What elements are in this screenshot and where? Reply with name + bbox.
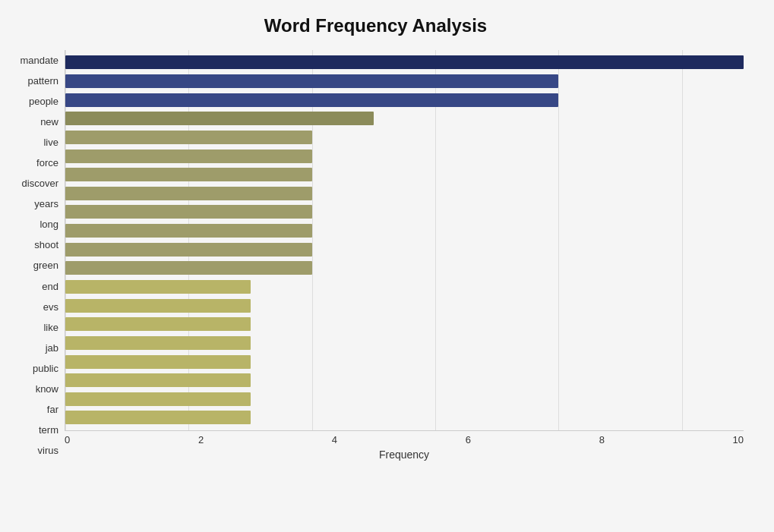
x-axis-label: Frequency: [65, 449, 744, 461]
bar: [65, 150, 312, 163]
bar-row: [65, 260, 744, 276]
bar-row: [65, 148, 744, 165]
y-label: virus: [38, 445, 58, 455]
bar-row: [65, 335, 744, 351]
bar-row: [65, 354, 744, 370]
bar-row: [65, 73, 744, 90]
y-label: public: [33, 364, 58, 373]
x-tick: 4: [332, 434, 337, 445]
bar-row: [65, 372, 744, 389]
bar: [65, 168, 312, 181]
bar-row: [65, 316, 744, 332]
bar-row: [65, 92, 744, 109]
x-tick: 6: [466, 434, 471, 445]
bar: [65, 336, 251, 350]
chart-container: Word Frequency Analysis mandatepatternpe…: [0, 0, 774, 532]
y-labels: mandatepatternpeoplenewliveforcediscover…: [8, 50, 65, 461]
y-label: mandate: [20, 55, 58, 65]
bar: [65, 355, 251, 369]
bar-rows: [65, 50, 744, 430]
bar-row: [65, 409, 744, 426]
bars-and-xaxis: 0246810 Frequency: [65, 50, 744, 461]
bar: [65, 205, 312, 219]
bar: [65, 74, 558, 88]
bar: [65, 280, 251, 294]
y-label: know: [36, 384, 58, 394]
x-tick: 10: [733, 434, 744, 445]
bar-row: [65, 54, 744, 71]
y-label: pattern: [28, 76, 58, 86]
x-axis: 0246810: [65, 431, 744, 445]
bar: [65, 93, 558, 107]
bar: [65, 243, 312, 257]
y-label: far: [47, 405, 58, 414]
bar: [65, 373, 251, 387]
y-label: end: [42, 282, 58, 291]
bar-row: [65, 203, 744, 220]
y-label: term: [39, 425, 58, 435]
chart-area: mandatepatternpeoplenewliveforcediscover…: [8, 50, 744, 461]
bar: [65, 55, 744, 69]
bar-row: [65, 110, 744, 127]
y-label: force: [36, 158, 58, 168]
bar-row: [65, 222, 744, 239]
bar-row: [65, 297, 744, 314]
bar: [65, 131, 312, 144]
y-label: evs: [43, 302, 58, 312]
bars-wrapper: [65, 50, 744, 431]
bar-row: [65, 391, 744, 408]
bar-row: [65, 166, 744, 183]
bar: [65, 392, 251, 406]
y-label: like: [43, 323, 58, 332]
y-label: shoot: [34, 240, 58, 250]
y-label: new: [40, 117, 58, 127]
bar-row: [65, 185, 744, 202]
bar-row: [65, 129, 744, 146]
bar: [65, 224, 312, 238]
bar-row: [65, 241, 744, 258]
x-tick: 8: [599, 434, 605, 445]
bar: [65, 317, 251, 331]
bar: [65, 261, 312, 275]
bar-row: [65, 279, 744, 295]
x-tick: 2: [198, 434, 204, 445]
x-tick: 0: [65, 434, 70, 445]
chart-title: Word Frequency Analysis: [8, 15, 744, 36]
bar: [65, 112, 374, 125]
bar: [65, 187, 312, 200]
y-label: people: [29, 96, 58, 106]
y-label: green: [33, 260, 58, 270]
y-label: live: [43, 137, 58, 147]
bar: [65, 411, 251, 424]
bar: [65, 299, 251, 313]
y-label: jab: [46, 343, 58, 353]
y-label: long: [39, 219, 58, 229]
y-label: discover: [22, 178, 58, 188]
y-label: years: [34, 199, 58, 209]
